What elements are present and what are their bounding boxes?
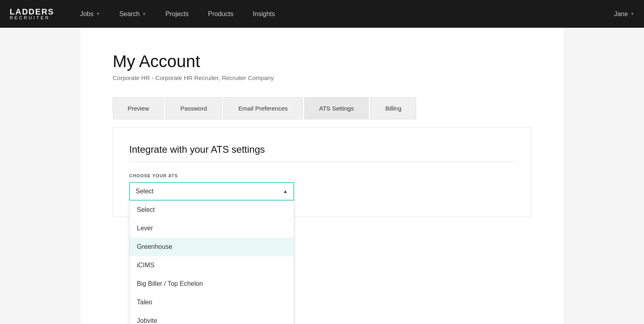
nav-products[interactable]: Products <box>198 0 243 28</box>
dropdown-option-taleo[interactable]: Taleo <box>130 293 294 312</box>
tab-password[interactable]: Password <box>165 97 222 119</box>
user-chevron-icon: ▼ <box>630 12 634 16</box>
dropdown-option-select[interactable]: Select <box>130 201 294 219</box>
nav-insights[interactable]: Insights <box>243 0 285 28</box>
page-container: My Account Corporate HR - Corporate HR R… <box>80 28 564 324</box>
ats-settings-card: Integrate with your ATS settings CHOOSE … <box>113 127 531 217</box>
tab-ats-settings[interactable]: ATS Settings <box>304 97 369 119</box>
ats-dropdown-trigger[interactable]: Select ▲ <box>129 182 294 201</box>
tab-email-preferences[interactable]: Email Preferences <box>223 97 303 119</box>
nav-jobs[interactable]: Jobs ▼ <box>70 0 110 28</box>
nav-projects[interactable]: Projects <box>156 0 198 28</box>
ats-dropdown-wrapper: Select ▲ Select Lever Greenhouse iCIMS B… <box>129 182 294 201</box>
card-divider <box>129 162 515 162</box>
tabs: Preview Password Email Preferences ATS S… <box>113 97 531 119</box>
dropdown-option-bigbiller[interactable]: Big Biller / Top Echelon <box>130 275 294 293</box>
dropdown-option-lever[interactable]: Lever <box>130 219 294 238</box>
nav-items: Jobs ▼ Search ▼ Projects Products Insigh… <box>70 0 614 28</box>
page-subtitle: Corporate HR - Corporate HR Recruiter, R… <box>113 74 531 81</box>
dropdown-option-icims[interactable]: iCIMS <box>130 256 294 275</box>
tab-billing[interactable]: Billing <box>370 97 416 119</box>
nav-search[interactable]: Search ▼ <box>109 0 156 28</box>
dropdown-option-jobvite[interactable]: Jobvite <box>130 312 294 324</box>
dropdown-arrow-icon: ▲ <box>283 189 288 194</box>
tab-preview[interactable]: Preview <box>113 97 164 119</box>
search-chevron-icon: ▼ <box>142 12 146 16</box>
page-title: My Account <box>113 52 531 71</box>
dropdown-option-greenhouse[interactable]: Greenhouse <box>130 238 294 256</box>
ats-dropdown-list: Select Lever Greenhouse iCIMS Big Biller… <box>129 201 294 324</box>
jobs-chevron-icon: ▼ <box>96 12 100 16</box>
navbar: LADDERS RECRUITER Jobs ▼ Search ▼ Projec… <box>0 0 644 28</box>
logo[interactable]: LADDERS RECRUITER <box>10 8 54 20</box>
field-label: CHOOSE YOUR ATS <box>129 173 515 178</box>
user-menu[interactable]: Jane ▼ <box>614 10 634 18</box>
card-title: Integrate with your ATS settings <box>129 144 515 155</box>
dropdown-selected-value: Select <box>136 188 153 195</box>
